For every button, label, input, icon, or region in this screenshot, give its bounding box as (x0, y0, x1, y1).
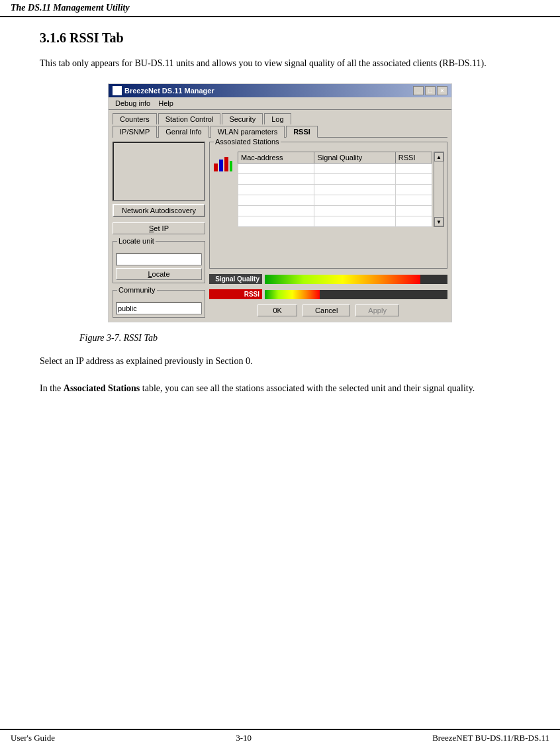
figure-caption: Figure 3-7. RSSI Tab (79, 333, 520, 344)
window-title: BreezeNet DS.11 Manager (124, 87, 214, 95)
left-panel-top-area (113, 142, 205, 201)
svg-rect-1 (219, 160, 223, 171)
locate-input[interactable] (116, 254, 202, 265)
signal-quality-fill (265, 275, 420, 284)
tab-security[interactable]: Security (222, 113, 263, 124)
scroll-down-button[interactable]: ▼ (434, 217, 443, 226)
locate-button[interactable]: Locate (116, 268, 202, 280)
set-ip-button[interactable]: Set IP (113, 222, 205, 234)
table-row (238, 216, 432, 227)
col-mac: Mac-address (238, 152, 314, 163)
body-text-3-bold: Associated Stations (64, 383, 140, 393)
footer-left: User's Guide (11, 733, 55, 743)
community-input[interactable] (116, 303, 202, 314)
body-text-3-suffix: table, you can see all the stations asso… (140, 383, 475, 393)
table-row (238, 195, 432, 206)
left-panel: Network Autodiscovery Set IP Locate unit… (113, 142, 205, 318)
footer: User's Guide 3-10 BreezeNET BU-DS.11/RB-… (0, 729, 560, 746)
table-scrollbar[interactable]: ▲ ▼ (434, 152, 444, 227)
footer-center: 3-10 (236, 733, 252, 743)
ok-button[interactable]: 0K (257, 304, 297, 316)
bottom-buttons: 0K Cancel Apply (209, 302, 447, 318)
tab-ip-snmp[interactable]: IP/SNMP (113, 126, 157, 138)
top-bar: The DS.11 Management Utility (0, 0, 560, 17)
table-row (238, 163, 432, 174)
tab-rssi[interactable]: RSSI (286, 126, 318, 138)
table-row (238, 185, 432, 195)
rssi-label: RSSI (209, 289, 262, 299)
tab-row-2: IP/SNMP Genral Info WLAN parameters RSSI (109, 125, 451, 137)
locate-unit-group: Locate unit Locate (113, 241, 205, 283)
community-label: Community (117, 286, 157, 294)
community-group: Community (113, 290, 205, 318)
top-bar-title: The DS.11 Management Utility (11, 3, 130, 13)
table-scroll-area: Mac-address Signal Quality RSSI (238, 152, 432, 227)
body-text-1: This tab only appears for BU-DS.11 units… (40, 56, 520, 70)
app-icon (113, 86, 122, 95)
close-button[interactable]: × (437, 86, 447, 95)
tab-genral-info[interactable]: Genral Info (158, 126, 209, 138)
table-row (238, 206, 432, 216)
tab-log[interactable]: Log (264, 113, 291, 124)
col-signal-quality: Signal Quality (314, 152, 395, 163)
menu-help[interactable]: Help (156, 99, 176, 108)
autodiscovery-button[interactable]: Network Autodiscovery (113, 204, 205, 217)
window-titlebar: BreezeNet DS.11 Manager _ □ × (109, 84, 451, 97)
window-body: Network Autodiscovery Set IP Locate unit… (109, 138, 451, 322)
svg-rect-3 (230, 161, 232, 171)
body-text-2: Select an IP address as explained previo… (40, 354, 520, 368)
apply-button[interactable]: Apply (355, 304, 399, 316)
signal-quality-bar (265, 275, 447, 284)
footer-right: BreezeNET BU-DS.11/RB-DS.11 (432, 733, 549, 743)
table-row (238, 174, 432, 185)
window-controls: _ □ × (413, 86, 447, 95)
section-heading: 3.1.6 RSSI Tab (40, 30, 520, 46)
rssi-fill (265, 290, 320, 299)
body-text-3-prefix: In the (40, 383, 64, 393)
associated-stations-group: Assosiated Stations (209, 142, 447, 269)
stations-table: Mac-address Signal Quality RSSI (238, 152, 432, 227)
screenshot-window: BreezeNet DS.11 Manager _ □ × Debug info… (108, 83, 452, 322)
cancel-button[interactable]: Cancel (303, 304, 350, 316)
menu-bar: Debug info Help (109, 97, 451, 110)
col-rssi: RSSI (395, 152, 432, 163)
signal-quality-row: Signal Quality (209, 274, 447, 284)
right-panel: Assosiated Stations (209, 142, 447, 318)
titlebar-left: BreezeNet DS.11 Manager (113, 86, 214, 95)
locate-unit-label: Locate unit (117, 237, 156, 245)
chart-icon (212, 154, 234, 173)
maximize-button[interactable]: □ (425, 86, 436, 95)
tab-row-1: Counters Station Control Security Log (109, 113, 451, 124)
svg-rect-0 (214, 163, 218, 171)
tab-counters[interactable]: Counters (113, 113, 157, 124)
rssi-bar (265, 290, 447, 299)
menu-debug[interactable]: Debug info (113, 99, 153, 108)
main-content: 3.1.6 RSSI Tab This tab only appears for… (0, 17, 560, 422)
minimize-button[interactable]: _ (413, 86, 424, 95)
scroll-thumb[interactable] (434, 162, 443, 217)
stations-table-wrapper: Mac-address Signal Quality RSSI (238, 152, 444, 227)
assoc-group-title: Assosiated Stations (214, 138, 281, 146)
svg-rect-2 (224, 157, 228, 171)
tab-wlan-params[interactable]: WLAN parameters (210, 126, 285, 138)
body-text-3: In the Associated Stations table, you ca… (40, 381, 520, 395)
tab-station-control[interactable]: Station Control (158, 113, 221, 124)
rssi-row: RSSI (209, 289, 447, 299)
scroll-up-button[interactable]: ▲ (434, 152, 443, 162)
signal-quality-label: Signal Quality (209, 274, 262, 284)
